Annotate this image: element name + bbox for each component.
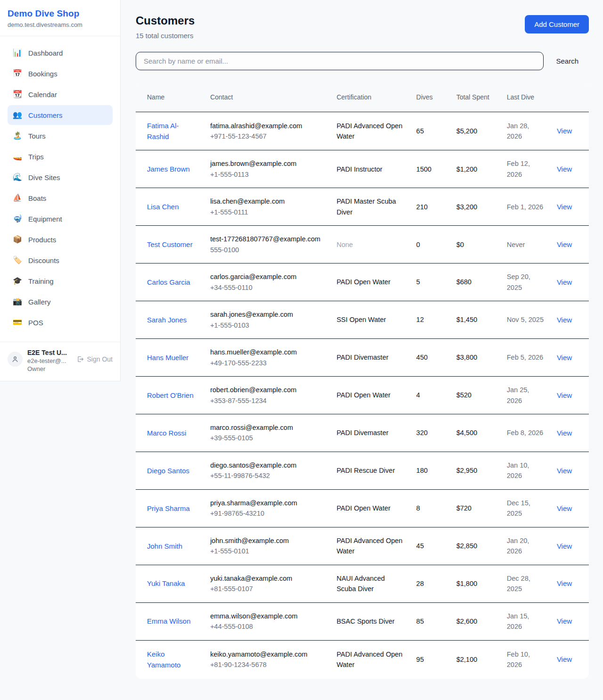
sidebar-item-label: Training [28,277,54,285]
cell-certification: PADI Open Water [331,264,410,301]
table-row: Sarah Jonessarah.jones@example.com+1-555… [136,301,589,339]
customer-phone: +1-555-0113 [210,169,325,180]
customer-email: marco.rossi@example.com [210,422,325,433]
cell-dives: 0 [411,226,451,264]
cell-name: Lisa Chen [136,188,204,226]
cell-action: View [551,565,589,602]
sidebar-item-calendar[interactable]: 📆Calendar [8,84,113,104]
sidebar-item-label: Trips [28,153,44,161]
view-customer-link[interactable]: View [557,354,572,362]
customer-name-link[interactable]: Carlos Garcia [147,278,190,286]
table-body: Fatima Al-Rashidfatima.alrashid@example.… [136,112,589,679]
cell-action: View [551,264,589,301]
cell-contact: lisa.chen@example.com+1-555-0111 [204,188,331,226]
cell-certification: PADI Advanced Open Water [331,112,410,150]
table-header: NameContactCertificationDivesTotal Spent… [136,82,589,112]
bookings-icon: 📅 [12,70,23,77]
sidebar-item-gallery[interactable]: 📸Gallery [8,292,113,312]
cell-dives: 28 [411,565,451,602]
cell-name: James Brown [136,150,204,188]
customer-name-link[interactable]: Priya Sharma [147,504,190,512]
customer-name-link[interactable]: Diego Santos [147,467,189,475]
pos-icon: 💳 [12,319,23,326]
sidebar-item-label: Discounts [28,256,59,264]
sidebar-item-discounts[interactable]: 🏷️Discounts [8,250,113,270]
sign-out-button[interactable]: Sign Out [76,355,113,363]
search-input[interactable] [136,52,544,70]
customers-icon: 👥 [12,111,23,119]
customer-name-link[interactable]: Lisa Chen [147,203,179,211]
equipment-icon: 🤿 [12,215,23,222]
sidebar-item-training[interactable]: 🎓Training [8,271,113,291]
avatar [8,352,23,367]
customer-name-link[interactable]: Sarah Jones [147,316,187,324]
table-header-row: NameContactCertificationDivesTotal Spent… [136,82,589,112]
customer-name-link[interactable]: Hans Mueller [147,354,188,362]
view-customer-link[interactable]: View [557,504,572,512]
customer-email: robert.obrien@example.com [210,385,325,395]
customer-name-link[interactable]: James Brown [147,165,190,173]
view-customer-link[interactable]: View [557,429,572,437]
sidebar-item-equipment[interactable]: 🤿Equipment [8,209,113,229]
view-customer-link[interactable]: View [557,542,572,550]
sidebar-item-dashboard[interactable]: 📊Dashboard [8,43,113,63]
cell-action: View [551,527,589,565]
customer-name-link[interactable]: Fatima Al-Rashid [147,122,179,140]
customer-name-link[interactable]: Keiko Yamamoto [147,650,180,669]
trips-icon: 🚤 [12,153,23,160]
customer-name-link[interactable]: John Smith [147,542,182,550]
cell-certification: PADI Divemaster [331,339,410,377]
sidebar-item-tours[interactable]: 🏝️Tours [8,126,113,146]
cell-dives: 12 [411,301,451,339]
search-button[interactable]: Search [556,57,579,65]
sidebar-item-customers[interactable]: 👥Customers [8,105,113,125]
cell-dives: 210 [411,188,451,226]
cell-last-dive: Jan 28, 2026 [501,112,551,150]
cell-certification: PADI Advanced Open Water [331,640,410,678]
sidebar-item-label: Boats [28,194,46,202]
view-customer-link[interactable]: View [557,127,572,135]
sidebar-item-products[interactable]: 📦Products [8,230,113,249]
customer-name-link[interactable]: Test Customer [147,240,193,248]
customer-name-link[interactable]: Robert O'Brien [147,391,194,399]
cell-name: Test Customer [136,226,204,264]
view-customer-link[interactable]: View [557,278,572,286]
cell-last-dive: Feb 8, 2026 [501,414,551,452]
cell-last-dive: Feb 5, 2026 [501,339,551,377]
cell-dives: 320 [411,414,451,452]
sidebar-item-boats[interactable]: ⛵Boats [8,188,113,208]
cell-name: Marco Rossi [136,414,204,452]
customer-phone: +49-170-555-2233 [210,358,325,368]
view-customer-link[interactable]: View [557,617,572,625]
view-customer-link[interactable]: View [557,316,572,324]
user-name: E2E Test U... [27,349,72,356]
view-customer-link[interactable]: View [557,467,572,475]
sidebar-item-bookings[interactable]: 📅Bookings [8,64,113,83]
sidebar-item-label: Gallery [28,298,51,306]
customer-phone: +44-555-0108 [210,621,325,632]
customers-table-card: NameContactCertificationDivesTotal Spent… [136,82,589,679]
column-header-contact: Contact [204,82,331,112]
sidebar-item-trips[interactable]: 🚤Trips [8,147,113,166]
cell-certification: None [331,226,410,264]
customer-email: lisa.chen@example.com [210,196,325,206]
add-customer-button[interactable]: Add Customer [525,15,589,33]
customer-name-link[interactable]: Emma Wilson [147,617,191,625]
view-customer-link[interactable]: View [557,165,572,173]
sidebar-item-label: Calendar [28,91,57,99]
cell-last-dive: Jan 15, 2026 [501,602,551,640]
view-customer-link[interactable]: View [557,579,572,587]
sidebar-item-dive-sites[interactable]: 🌊Dive Sites [8,167,113,187]
view-customer-link[interactable]: View [557,203,572,211]
view-customer-link[interactable]: View [557,391,572,399]
tours-icon: 🏝️ [12,132,23,140]
cell-contact: marco.rossi@example.com+39-555-0105 [204,414,331,452]
cell-certification: PADI Instructor [331,150,410,188]
sidebar-item-pos[interactable]: 💳POS [8,313,113,332]
customer-name-link[interactable]: Yuki Tanaka [147,579,185,587]
cell-dives: 1500 [411,150,451,188]
view-customer-link[interactable]: View [557,240,572,248]
cell-dives: 180 [411,452,451,489]
view-customer-link[interactable]: View [557,655,572,663]
customer-name-link[interactable]: Marco Rossi [147,429,186,437]
